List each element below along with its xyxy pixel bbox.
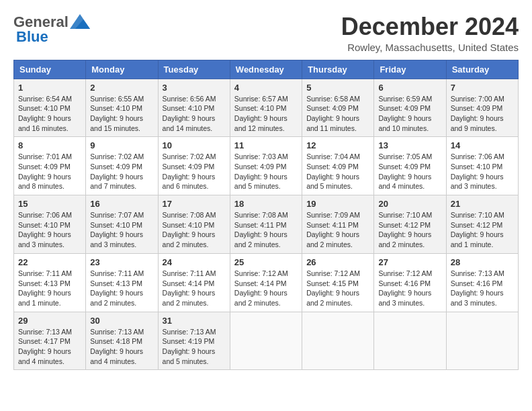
day-info: Sunrise: 6:58 AM Sunset: 4:09 PM Dayligh… <box>306 94 369 134</box>
day-info: Sunrise: 7:08 AM Sunset: 4:11 PM Dayligh… <box>234 210 298 250</box>
calendar-cell: 1Sunrise: 6:54 AM Sunset: 4:10 PM Daylig… <box>14 79 86 137</box>
day-number: 9 <box>90 140 153 150</box>
calendar-cell: 26Sunrise: 7:12 AM Sunset: 4:15 PM Dayli… <box>302 253 374 312</box>
day-info: Sunrise: 7:13 AM Sunset: 4:19 PM Dayligh… <box>163 327 226 367</box>
day-info: Sunrise: 7:08 AM Sunset: 4:10 PM Dayligh… <box>163 210 226 250</box>
logo-blue-text: Blue <box>13 28 48 46</box>
day-info: Sunrise: 7:06 AM Sunset: 4:10 PM Dayligh… <box>18 210 81 250</box>
day-info: Sunrise: 7:02 AM Sunset: 4:09 PM Dayligh… <box>90 152 153 191</box>
day-number: 7 <box>451 83 514 93</box>
logo: General Blue <box>13 13 90 46</box>
week-row-1: 1Sunrise: 6:54 AM Sunset: 4:10 PM Daylig… <box>14 79 519 137</box>
calendar-cell: 14Sunrise: 7:06 AM Sunset: 4:10 PM Dayli… <box>446 137 518 195</box>
day-number: 24 <box>163 257 226 267</box>
calendar-cell: 10Sunrise: 7:02 AM Sunset: 4:09 PM Dayli… <box>158 137 230 195</box>
calendar-cell: 27Sunrise: 7:12 AM Sunset: 4:16 PM Dayli… <box>374 253 446 312</box>
calendar-cell <box>446 312 518 370</box>
calendar-cell: 5Sunrise: 6:58 AM Sunset: 4:09 PM Daylig… <box>302 79 374 137</box>
calendar-cell: 23Sunrise: 7:11 AM Sunset: 4:13 PM Dayli… <box>86 253 158 312</box>
calendar-cell: 25Sunrise: 7:12 AM Sunset: 4:14 PM Dayli… <box>230 253 302 312</box>
calendar-body: 1Sunrise: 6:54 AM Sunset: 4:10 PM Daylig… <box>14 79 519 370</box>
week-row-5: 29Sunrise: 7:13 AM Sunset: 4:17 PM Dayli… <box>14 312 519 370</box>
day-info: Sunrise: 7:12 AM Sunset: 4:14 PM Dayligh… <box>234 269 298 308</box>
day-number: 22 <box>18 257 81 267</box>
day-number: 25 <box>234 257 298 267</box>
day-number: 27 <box>378 257 441 267</box>
day-info: Sunrise: 7:11 AM Sunset: 4:14 PM Dayligh… <box>163 269 226 308</box>
header-row: SundayMondayTuesdayWednesdayThursdayFrid… <box>14 60 519 79</box>
day-info: Sunrise: 7:01 AM Sunset: 4:09 PM Dayligh… <box>18 152 81 191</box>
calendar-cell: 24Sunrise: 7:11 AM Sunset: 4:14 PM Dayli… <box>158 253 230 312</box>
calendar-cell: 19Sunrise: 7:09 AM Sunset: 4:11 PM Dayli… <box>302 195 374 254</box>
day-info: Sunrise: 7:06 AM Sunset: 4:10 PM Dayligh… <box>451 152 514 191</box>
calendar-cell: 30Sunrise: 7:13 AM Sunset: 4:18 PM Dayli… <box>86 312 158 370</box>
week-row-4: 22Sunrise: 7:11 AM Sunset: 4:13 PM Dayli… <box>14 253 519 312</box>
day-number: 29 <box>18 316 81 326</box>
calendar-cell: 12Sunrise: 7:04 AM Sunset: 4:09 PM Dayli… <box>302 137 374 195</box>
day-number: 21 <box>451 199 514 209</box>
calendar-cell: 22Sunrise: 7:11 AM Sunset: 4:13 PM Dayli… <box>14 253 86 312</box>
day-number: 6 <box>378 83 441 93</box>
day-info: Sunrise: 7:05 AM Sunset: 4:09 PM Dayligh… <box>378 152 441 191</box>
day-info: Sunrise: 7:09 AM Sunset: 4:11 PM Dayligh… <box>306 210 369 250</box>
day-info: Sunrise: 6:55 AM Sunset: 4:10 PM Dayligh… <box>90 94 153 134</box>
calendar-cell: 3Sunrise: 6:56 AM Sunset: 4:10 PM Daylig… <box>158 79 230 137</box>
day-info: Sunrise: 6:56 AM Sunset: 4:10 PM Dayligh… <box>163 94 226 134</box>
calendar-cell: 16Sunrise: 7:07 AM Sunset: 4:10 PM Dayli… <box>86 195 158 254</box>
day-info: Sunrise: 6:54 AM Sunset: 4:10 PM Dayligh… <box>18 94 81 134</box>
week-row-2: 8Sunrise: 7:01 AM Sunset: 4:09 PM Daylig… <box>14 137 519 195</box>
calendar-cell: 15Sunrise: 7:06 AM Sunset: 4:10 PM Dayli… <box>14 195 86 254</box>
calendar-cell: 17Sunrise: 7:08 AM Sunset: 4:10 PM Dayli… <box>158 195 230 254</box>
day-number: 11 <box>234 140 298 150</box>
day-number: 12 <box>306 140 369 150</box>
calendar-cell: 31Sunrise: 7:13 AM Sunset: 4:19 PM Dayli… <box>158 312 230 370</box>
day-number: 26 <box>306 257 369 267</box>
calendar-cell <box>374 312 446 370</box>
day-number: 23 <box>90 257 153 267</box>
month-title: December 2024 <box>341 13 519 40</box>
calendar-table: SundayMondayTuesdayWednesdayThursdayFrid… <box>13 60 519 371</box>
day-number: 2 <box>90 83 153 93</box>
day-number: 16 <box>90 199 153 209</box>
calendar-cell: 4Sunrise: 6:57 AM Sunset: 4:10 PM Daylig… <box>230 79 302 137</box>
calendar-cell: 11Sunrise: 7:03 AM Sunset: 4:09 PM Dayli… <box>230 137 302 195</box>
day-number: 14 <box>451 140 514 150</box>
header-tuesday: Tuesday <box>158 60 230 79</box>
header-sunday: Sunday <box>14 60 86 79</box>
day-number: 4 <box>234 83 298 93</box>
calendar-cell <box>230 312 302 370</box>
day-number: 19 <box>306 199 369 209</box>
header-wednesday: Wednesday <box>230 60 302 79</box>
day-number: 28 <box>451 257 514 267</box>
day-info: Sunrise: 7:10 AM Sunset: 4:12 PM Dayligh… <box>451 210 514 250</box>
day-number: 10 <box>163 140 226 150</box>
location: Rowley, Massachusetts, United States <box>341 42 519 53</box>
day-info: Sunrise: 7:07 AM Sunset: 4:10 PM Dayligh… <box>90 210 153 250</box>
calendar-cell <box>302 312 374 370</box>
day-number: 18 <box>234 199 298 209</box>
day-number: 17 <box>163 199 226 209</box>
calendar-header: SundayMondayTuesdayWednesdayThursdayFrid… <box>14 60 519 79</box>
header-saturday: Saturday <box>446 60 518 79</box>
week-row-3: 15Sunrise: 7:06 AM Sunset: 4:10 PM Dayli… <box>14 195 519 254</box>
calendar-cell: 28Sunrise: 7:13 AM Sunset: 4:16 PM Dayli… <box>446 253 518 312</box>
day-number: 31 <box>163 316 226 326</box>
calendar-cell: 8Sunrise: 7:01 AM Sunset: 4:09 PM Daylig… <box>14 137 86 195</box>
day-info: Sunrise: 7:04 AM Sunset: 4:09 PM Dayligh… <box>306 152 369 191</box>
day-number: 30 <box>90 316 153 326</box>
day-info: Sunrise: 7:13 AM Sunset: 4:17 PM Dayligh… <box>18 327 81 367</box>
calendar-cell: 2Sunrise: 6:55 AM Sunset: 4:10 PM Daylig… <box>86 79 158 137</box>
day-info: Sunrise: 7:12 AM Sunset: 4:15 PM Dayligh… <box>306 269 369 308</box>
calendar-cell: 18Sunrise: 7:08 AM Sunset: 4:11 PM Dayli… <box>230 195 302 254</box>
day-info: Sunrise: 6:57 AM Sunset: 4:10 PM Dayligh… <box>234 94 298 134</box>
day-number: 1 <box>18 83 81 93</box>
day-info: Sunrise: 7:13 AM Sunset: 4:18 PM Dayligh… <box>90 327 153 367</box>
day-number: 3 <box>163 83 226 93</box>
day-number: 5 <box>306 83 369 93</box>
header-friday: Friday <box>374 60 446 79</box>
day-info: Sunrise: 7:12 AM Sunset: 4:16 PM Dayligh… <box>378 269 441 308</box>
day-info: Sunrise: 7:10 AM Sunset: 4:12 PM Dayligh… <box>378 210 441 250</box>
calendar-cell: 20Sunrise: 7:10 AM Sunset: 4:12 PM Dayli… <box>374 195 446 254</box>
calendar-cell: 6Sunrise: 6:59 AM Sunset: 4:09 PM Daylig… <box>374 79 446 137</box>
page-header: General Blue December 2024 Rowley, Massa… <box>13 13 519 53</box>
